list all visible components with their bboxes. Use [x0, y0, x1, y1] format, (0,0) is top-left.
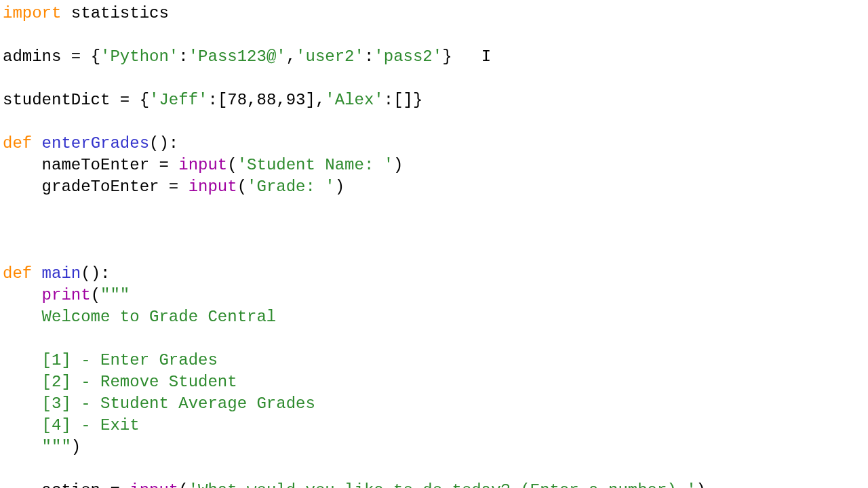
colon: : [178, 47, 188, 66]
line-21: """) [3, 438, 81, 456]
keyword-def: def [3, 264, 32, 283]
rparen: ) [696, 481, 706, 488]
equals: = [120, 91, 140, 109]
rparen: ) [335, 178, 344, 196]
builtin-input: input [189, 178, 237, 196]
rparen: ) [71, 438, 81, 456]
funcname-entergrades: enterGrades [32, 134, 149, 152]
line-9: gradeToEnter = input('Grade: ') [3, 178, 344, 196]
str-opt3: [3] - Student Average Grades [3, 394, 315, 413]
str-pass123: 'Pass123@' [189, 47, 286, 66]
builtin-input: input [178, 156, 227, 174]
line-7: def enterGrades(): [3, 134, 178, 152]
var-gradetoenter: gradeToEnter [3, 178, 169, 196]
line-23: action = input('What would you like to d… [3, 481, 706, 488]
comma: , [276, 91, 285, 109]
equals: = [169, 178, 189, 196]
comma: , [247, 91, 256, 109]
module-name: statistics [61, 4, 168, 22]
line-3: admins = {'Python':'Pass123@','user2':'p… [3, 47, 491, 66]
num: 78 [227, 91, 247, 109]
line-1: import statistics [3, 4, 169, 22]
var-studentdict: studentDict [3, 91, 120, 109]
comma: , [315, 91, 325, 109]
var-admins: admins [3, 47, 71, 66]
str-pass2: 'pass2' [374, 47, 442, 66]
parens-colon: (): [81, 264, 110, 283]
num: 93 [286, 91, 306, 109]
var-action: action [3, 481, 110, 488]
lparen: ( [178, 481, 188, 488]
equals: = [71, 47, 91, 66]
var-nametoenter: nameToEnter [3, 156, 159, 174]
triple-quote-close: """ [3, 438, 71, 456]
lparen: ( [227, 156, 237, 174]
rparen: ) [393, 156, 403, 174]
str-user2: 'user2' [296, 47, 364, 66]
lbrace: { [140, 91, 149, 109]
str-jeff: 'Jeff' [149, 91, 208, 109]
line-14: print(""" [3, 286, 130, 304]
equals: = [110, 481, 130, 488]
lbrack: [ [218, 91, 227, 109]
line-8: nameToEnter = input('Student Name: ') [3, 156, 403, 174]
str-opt4: [4] - Exit [3, 416, 140, 434]
equals: = [159, 156, 178, 174]
code-editor[interactable]: import statistics admins = {'Python':'Pa… [3, 3, 865, 488]
triple-quote-open: """ [100, 286, 130, 304]
keyword-def: def [3, 134, 32, 152]
indent [3, 286, 42, 304]
comma: , [286, 47, 296, 66]
text-cursor: I [452, 47, 492, 66]
str-python: 'Python' [100, 47, 178, 66]
funcname-main: main [32, 264, 81, 283]
colon: : [364, 47, 374, 66]
lbrack: [ [393, 91, 403, 109]
line-13: def main(): [3, 264, 110, 283]
colon: : [208, 91, 217, 109]
str-grade: 'Grade: ' [247, 178, 335, 196]
colon: : [384, 91, 393, 109]
rbrace: } [413, 91, 422, 109]
str-whatwould: 'What would you like to do today? (Enter… [189, 481, 696, 488]
lparen: ( [237, 178, 247, 196]
parens-colon: (): [149, 134, 178, 152]
rbrace: } [442, 47, 452, 66]
rbrack: ] [306, 91, 315, 109]
keyword-import: import [3, 4, 61, 22]
num: 88 [257, 91, 277, 109]
lparen: ( [91, 286, 100, 304]
str-opt1: [1] - Enter Grades [3, 351, 218, 369]
str-opt2: [2] - Remove Student [3, 373, 237, 391]
str-studentname: 'Student Name: ' [237, 156, 393, 174]
builtin-print: print [42, 286, 91, 304]
str-welcome: Welcome to Grade Central [3, 308, 276, 326]
str-alex: 'Alex' [325, 91, 383, 109]
builtin-input: input [130, 481, 178, 488]
line-5: studentDict = {'Jeff':[78,88,93],'Alex':… [3, 91, 422, 109]
rbrack: ] [403, 91, 413, 109]
lbrace: { [91, 47, 100, 66]
